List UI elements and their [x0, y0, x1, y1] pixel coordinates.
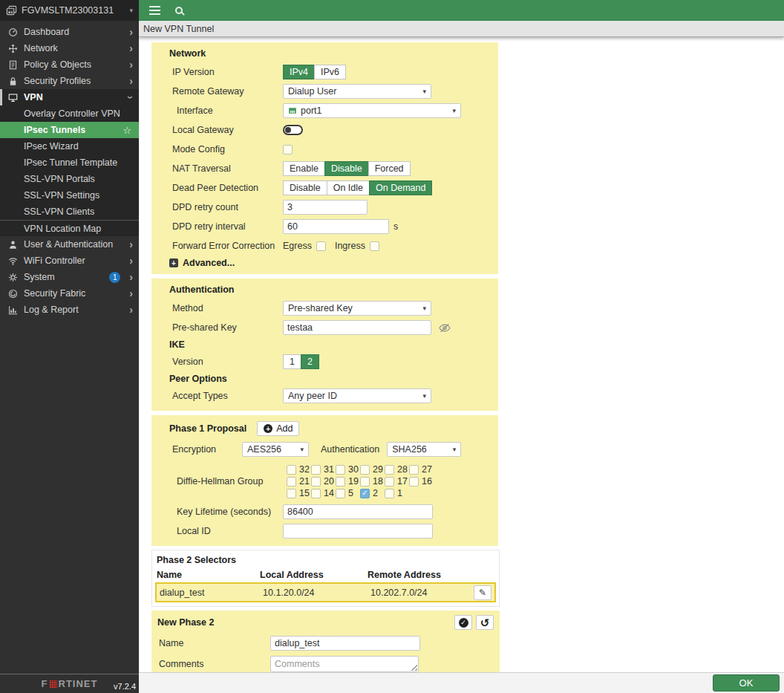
checkbox[interactable] [385, 489, 394, 498]
remote-gateway-select[interactable]: Dialup User▾ [283, 84, 431, 99]
sidebar-item-system[interactable]: System 1 › [0, 269, 139, 285]
dh-group-18[interactable]: 18 [360, 476, 385, 487]
nat-disable-option[interactable]: Disable [324, 161, 369, 176]
fec-egress-checkbox[interactable] [316, 241, 326, 251]
dh-group-30[interactable]: 30 [336, 464, 360, 475]
sidebar-item-sslvpn-clients[interactable]: SSL-VPN Clients [0, 204, 139, 220]
hamburger-menu-icon[interactable] [149, 6, 160, 7]
nat-forced-option[interactable]: Forced [368, 161, 411, 176]
ip-version-toggle: IPv4 IPv6 [283, 65, 346, 79]
dh-group-28[interactable]: 28 [385, 464, 409, 475]
sidebar-item-wifi-controller[interactable]: WiFi Controller › [0, 253, 139, 269]
dh-group-14[interactable]: 14 [311, 488, 336, 498]
dh-group-5[interactable]: 5 [336, 488, 360, 498]
network-advanced-link[interactable]: + Advanced... [169, 258, 498, 268]
sidebar-item-sslvpn-settings[interactable]: SSL-VPN Settings [0, 187, 139, 204]
local-id-input[interactable] [283, 524, 433, 539]
local-id-label: Local ID [177, 526, 283, 536]
p1-authentication-select[interactable]: SHA256▾ [387, 442, 461, 457]
checkbox[interactable] [360, 465, 370, 475]
dpd-on-demand-option[interactable]: On Demand [369, 180, 432, 195]
dpd-on-idle-option[interactable]: On Idle [327, 180, 370, 195]
search-icon[interactable] [175, 7, 183, 14]
checkbox[interactable] [385, 477, 394, 487]
ike-version-1-option[interactable]: 1 [283, 354, 301, 369]
checkbox[interactable] [409, 465, 419, 475]
sidebar-item-ipsec-wizard[interactable]: IPsec Wizard [0, 138, 139, 154]
dpd-retry-interval-input[interactable] [283, 219, 389, 234]
sidebar-item-ipsec-tunnels[interactable]: IPsec Tunnels☆ [0, 122, 139, 138]
checkbox[interactable] [311, 477, 321, 487]
sidebar-item-ipsec-tunnel-template[interactable]: IPsec Tunnel Template [0, 154, 139, 171]
ike-version-2-option[interactable]: 2 [301, 354, 319, 369]
checkbox[interactable] [336, 465, 345, 475]
checkbox[interactable] [360, 477, 370, 487]
sidebar-item-overlay-controller-vpn[interactable]: Overlay Controller VPN [0, 105, 139, 122]
ok-button[interactable]: OK [713, 674, 780, 692]
chevron-right-icon: › [129, 256, 133, 266]
accept-phase2-button[interactable]: ✓ [454, 615, 472, 630]
checkbox[interactable] [409, 477, 419, 487]
device-selector[interactable]: FGVMSLTM23003131 ▾ [0, 0, 139, 21]
sidebar-item-security-profiles[interactable]: Security Profiles › [0, 73, 139, 89]
bar-chart-icon [7, 305, 18, 315]
dh-group-29[interactable]: 29 [360, 464, 385, 475]
dh-group-27[interactable]: 27 [409, 464, 434, 475]
eye-slash-icon[interactable] [439, 323, 451, 333]
method-select[interactable]: Pre-shared Key▾ [283, 301, 431, 316]
add-proposal-button[interactable]: +Add [257, 421, 299, 436]
checkbox[interactable] [287, 477, 296, 487]
checkbox[interactable] [311, 489, 321, 498]
encryption-select[interactable]: AES256▾ [242, 442, 309, 457]
p2-name-input[interactable] [270, 636, 420, 651]
checkbox[interactable] [385, 465, 394, 475]
interface-select[interactable]: port1 ▾ [283, 103, 461, 118]
checkbox[interactable] [287, 465, 296, 475]
ipv6-option[interactable]: IPv6 [314, 65, 346, 79]
sidebar-item-vpn-location-map[interactable]: VPN Location Map [0, 220, 139, 236]
accept-types-select[interactable]: Any peer ID▾ [283, 388, 431, 403]
checkbox[interactable] [336, 477, 345, 487]
mode-config-checkbox[interactable] [283, 145, 293, 154]
key-lifetime-input[interactable] [283, 504, 433, 519]
dh-group-1[interactable]: 1 [385, 488, 409, 498]
local-gateway-toggle[interactable] [283, 125, 303, 135]
sidebar-item-user-authentication[interactable]: User & Authentication › [0, 236, 139, 253]
sidebar-item-network[interactable]: Network › [0, 40, 139, 56]
dh-group-32[interactable]: 32 [287, 464, 311, 475]
dh-group-17[interactable]: 17 [385, 476, 409, 487]
phase2-table-header: Name Local Address Remote Address [155, 570, 496, 580]
phase2-selector-row[interactable]: dialup_test 10.1.20.0/24 10.202.7.0/24 ✎ [155, 582, 496, 602]
checkbox[interactable] [336, 489, 345, 498]
ipv4-option[interactable]: IPv4 [283, 65, 315, 79]
dh-group-19[interactable]: 19 [336, 476, 360, 487]
checkbox[interactable] [360, 489, 370, 498]
dh-group-31[interactable]: 31 [311, 464, 336, 475]
checkbox[interactable] [287, 489, 296, 498]
dpd-retry-count-input[interactable] [283, 200, 368, 215]
chevron-right-icon: › [129, 305, 133, 315]
sidebar-item-dashboard[interactable]: Dashboard › [0, 24, 139, 40]
chevron-right-icon: › [129, 288, 133, 299]
edit-selector-button[interactable]: ✎ [474, 585, 491, 600]
favorite-star-icon[interactable]: ☆ [122, 125, 131, 136]
dh-group-16[interactable]: 16 [409, 476, 434, 487]
dh-group-20[interactable]: 20 [311, 476, 336, 487]
chevron-right-icon: › [129, 239, 133, 250]
sidebar-item-vpn[interactable]: VPN › [0, 89, 139, 105]
pre-shared-key-input[interactable] [283, 320, 431, 335]
dh-group-21[interactable]: 21 [287, 476, 311, 487]
sidebar-item-sslvpn-portals[interactable]: SSL-VPN Portals [0, 171, 139, 187]
p2-comments-textarea[interactable] [270, 656, 419, 672]
sidebar-item-security-fabric[interactable]: Security Fabric › [0, 285, 139, 302]
revert-phase2-button[interactable]: ↺ [476, 615, 494, 630]
sidebar-item-log-report[interactable]: Log & Report › [0, 302, 139, 318]
nat-enable-option[interactable]: Enable [283, 161, 325, 176]
fec-ingress-label: Ingress [335, 241, 365, 251]
sidebar-item-policy-objects[interactable]: Policy & Objects › [0, 56, 139, 73]
dh-group-15[interactable]: 15 [287, 488, 311, 498]
checkbox[interactable] [311, 465, 321, 475]
dpd-disable-option[interactable]: Disable [283, 180, 327, 195]
fec-ingress-checkbox[interactable] [370, 241, 379, 251]
dh-group-2[interactable]: 2 [360, 488, 385, 498]
